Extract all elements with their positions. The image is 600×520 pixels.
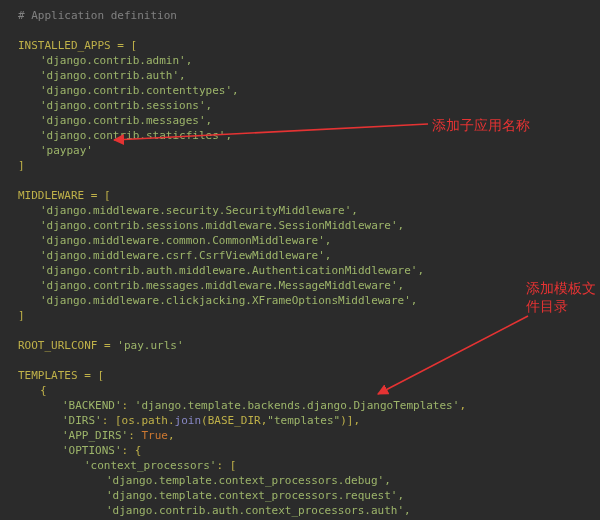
bool-true: True xyxy=(141,429,168,442)
bracket-close: ] xyxy=(18,309,25,322)
list-item: 'django.middleware.clickjacking.XFrameOp… xyxy=(40,294,418,307)
list-item: 'django.template.context_processors.debu… xyxy=(106,474,391,487)
list-item: 'django.contrib.auth.context_processors.… xyxy=(106,504,411,517)
dirs-prefix: [os.path. xyxy=(115,414,175,427)
string-value: 'pay.urls' xyxy=(117,339,183,352)
list-item: 'django.contrib.admin', xyxy=(40,54,192,67)
dict-key: 'context_processors' xyxy=(84,459,216,472)
list-item: 'django.contrib.auth', xyxy=(40,69,186,82)
bracket-open: : [ xyxy=(216,459,236,472)
bracket-close: ] xyxy=(18,159,25,172)
list-item: 'django.contrib.messages', xyxy=(40,114,212,127)
dict-key: 'DIRS' xyxy=(62,414,102,427)
equals: = xyxy=(97,339,117,352)
list-item-paypay: 'paypay' xyxy=(40,144,93,157)
var-installed-apps: INSTALLED_APPS xyxy=(18,39,111,52)
list-item: 'django.contrib.sessions.middleware.Sess… xyxy=(40,219,404,232)
list-item: 'django.middleware.common.CommonMiddlewa… xyxy=(40,234,331,247)
var-middleware: MIDDLEWARE xyxy=(18,189,84,202)
list-item: 'django.contrib.staticfiles', xyxy=(40,129,232,142)
brace-open: { xyxy=(40,384,47,397)
list-item: 'django.middleware.csrf.CsrfViewMiddlewa… xyxy=(40,249,331,262)
var-templates: TEMPLATES xyxy=(18,369,78,382)
comment-line: # Application definition xyxy=(18,9,177,22)
arg-templates: "templates" xyxy=(267,414,340,427)
dict-value: 'django.template.backends.django.DjangoT… xyxy=(135,399,460,412)
brace-open: : { xyxy=(122,444,142,457)
list-item: 'django.middleware.security.SecurityMidd… xyxy=(40,204,358,217)
bracket-open: = [ xyxy=(78,369,105,382)
arg-base-dir: BASE_DIR xyxy=(208,414,261,427)
code-editor[interactable]: # Application definition INSTALLED_APPS … xyxy=(0,0,600,520)
list-item: 'django.contrib.auth.middleware.Authenti… xyxy=(40,264,424,277)
list-item: 'django.contrib.messages.middleware.Mess… xyxy=(40,279,404,292)
list-item: 'django.contrib.sessions', xyxy=(40,99,212,112)
list-item: 'django.template.context_processors.requ… xyxy=(106,489,404,502)
dirs-suffix: )], xyxy=(340,414,360,427)
dict-key: 'APP_DIRS' xyxy=(62,429,128,442)
bracket-open: = [ xyxy=(84,189,111,202)
bracket-open: = [ xyxy=(111,39,138,52)
var-root-urlconf: ROOT_URLCONF xyxy=(18,339,97,352)
list-item: 'django.contrib.contenttypes', xyxy=(40,84,239,97)
func-join: join xyxy=(175,414,202,427)
dict-key: 'OPTIONS' xyxy=(62,444,122,457)
dict-key: 'BACKEND' xyxy=(62,399,122,412)
